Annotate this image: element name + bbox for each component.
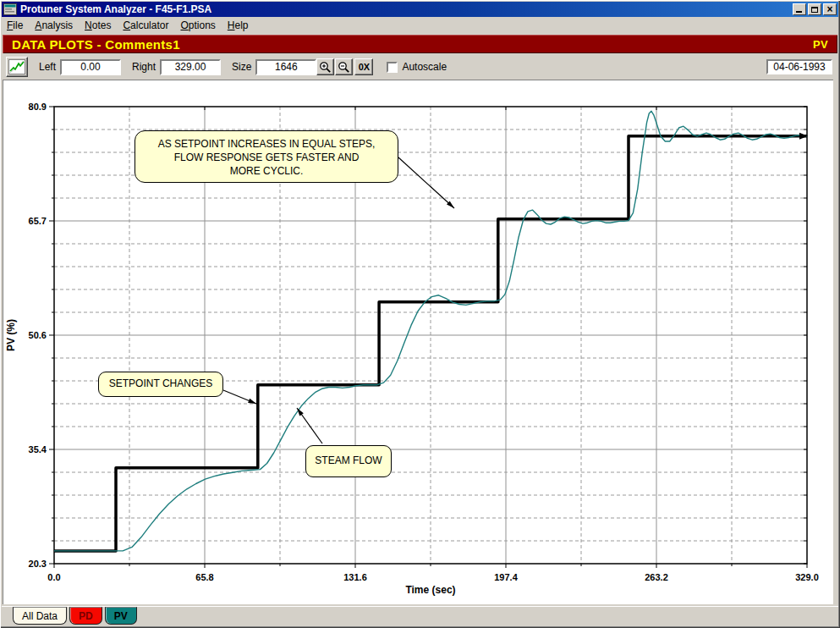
svg-text:197.4: 197.4 <box>494 572 518 582</box>
magnifier-plus-icon <box>319 61 332 74</box>
zoom-out-button[interactable] <box>335 58 353 75</box>
svg-text:20.3: 20.3 <box>29 559 47 569</box>
annotation-label: SETPOINT CHANGES <box>109 377 212 389</box>
chart-canvas[interactable]: 0.065.8131.6197.4263.2329.020.335.450.66… <box>3 80 833 604</box>
magnifier-minus-icon <box>338 61 350 74</box>
page-title: DATA PLOTS - Comments1 <box>12 37 180 52</box>
maximize-button[interactable] <box>808 3 821 15</box>
chart-panel: 0.065.8131.6197.4263.2329.020.335.450.66… <box>3 80 833 604</box>
window-controls: × <box>793 3 837 15</box>
close-icon: × <box>826 5 832 14</box>
menu-help[interactable]: Help <box>222 19 255 33</box>
svg-text:263.2: 263.2 <box>645 572 668 582</box>
svg-text:0.0: 0.0 <box>47 572 60 582</box>
annotation-note-line: FLOW RESPONSE GETS FASTER AND <box>135 151 398 164</box>
app-window: Protuner System Analyzer - F45-F1.PSA × … <box>0 0 840 628</box>
minimize-button[interactable] <box>793 3 806 15</box>
date-field[interactable]: 04-06-1993 <box>766 59 832 74</box>
size-label: Size <box>232 61 251 73</box>
menu-options[interactable]: Options <box>175 19 222 33</box>
tab-all-data[interactable]: All Data <box>13 607 67 625</box>
annotation-label: STEAM FLOW <box>315 454 382 466</box>
signal-label: PV <box>813 38 828 51</box>
plot-style-button[interactable] <box>6 57 28 77</box>
maximize-icon <box>811 7 818 13</box>
plot-header: DATA PLOTS - Comments1 PV <box>3 35 837 53</box>
svg-text:329.0: 329.0 <box>795 572 819 582</box>
app-icon <box>3 3 17 15</box>
tab-pd[interactable]: PD <box>69 607 102 625</box>
tab-label: All Data <box>22 610 58 622</box>
svg-text:PV (%): PV (%) <box>5 319 17 351</box>
tab-label: PV <box>114 610 128 622</box>
svg-text:35.4: 35.4 <box>29 444 47 454</box>
zoom-reset-button[interactable]: 0X <box>354 58 373 75</box>
menu-notes[interactable]: Notes <box>80 19 118 33</box>
annotation-note-line: AS SETPOINT INCREASES IN EQUAL STEPS, <box>135 137 398 151</box>
chart-icon <box>8 59 25 74</box>
left-input[interactable] <box>60 59 121 75</box>
annotation-setpoint-changes: SETPOINT CHANGES <box>98 372 223 397</box>
annotation-note-line: MORE CYCLIC. <box>135 164 398 178</box>
annotation-steam-flow: STEAM FLOW <box>305 445 392 477</box>
autoscale-label: Autoscale <box>402 61 447 73</box>
title-bar: Protuner System Analyzer - F45-F1.PSA × <box>2 2 838 17</box>
menu-bar: File Analysis Notes Calculator Options H… <box>2 18 838 33</box>
toolbar: Left Right Size <box>2 55 838 79</box>
menu-calculator[interactable]: Calculator <box>118 19 175 33</box>
zoom-in-button[interactable] <box>316 58 334 75</box>
window-title: Protuner System Analyzer - F45-F1.PSA <box>20 3 211 15</box>
tab-bar: All Data PD PV <box>2 606 838 626</box>
close-button[interactable]: × <box>823 3 837 15</box>
size-input[interactable] <box>255 59 316 75</box>
left-label: Left <box>39 61 56 73</box>
svg-text:50.6: 50.6 <box>29 330 47 340</box>
minimize-icon <box>796 11 802 13</box>
tab-label: PD <box>79 610 93 622</box>
svg-text:65.8: 65.8 <box>195 572 213 582</box>
right-input[interactable] <box>160 59 221 75</box>
svg-text:131.6: 131.6 <box>343 572 367 582</box>
svg-text:80.9: 80.9 <box>29 102 47 112</box>
svg-text:Time (sec): Time (sec) <box>405 584 455 596</box>
right-label: Right <box>132 61 156 73</box>
annotation-note: AS SETPOINT INCREASES IN EQUAL STEPS, FL… <box>135 130 398 183</box>
tab-pv[interactable]: PV <box>105 607 137 625</box>
menu-file[interactable]: File <box>2 19 30 33</box>
svg-text:65.7: 65.7 <box>29 216 47 226</box>
menu-analysis[interactable]: Analysis <box>30 19 80 33</box>
autoscale-checkbox[interactable] <box>387 62 398 73</box>
